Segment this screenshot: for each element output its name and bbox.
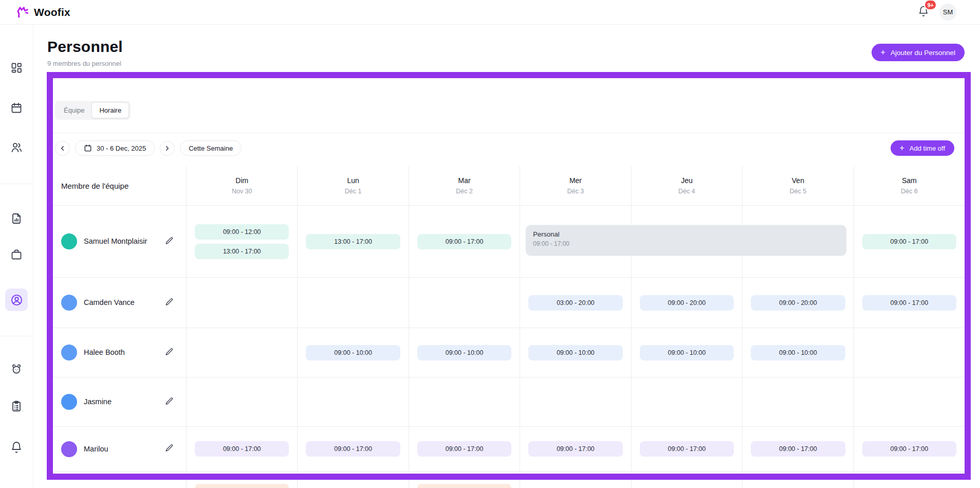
tab-equipe[interactable]: Équipe [57,103,91,118]
sidebar-item-dashboard[interactable] [5,58,28,78]
shift-chip[interactable]: 09:00 - 17:00 [306,441,400,457]
schedule-cell[interactable] [186,480,297,488]
add-time-off-button[interactable]: + Add time off [891,140,954,156]
tab-horaire[interactable]: Horaire [91,102,129,118]
schedule-cell[interactable]: 09:00 - 10:00 [520,328,631,377]
sidebar-item-pets[interactable] [5,359,28,379]
schedule-cell[interactable] [409,278,520,328]
edit-staff-button[interactable] [164,347,175,359]
schedule-cell[interactable]: 09:00 - 10:00 [742,328,853,377]
shift-chip[interactable]: 03:00 - 20:00 [528,295,622,311]
shift-chip[interactable]: 09:00 - 10:00 [528,345,622,360]
sidebar-item-services[interactable] [5,244,28,265]
schedule-cell[interactable]: 09:00 - 17:00 [409,427,520,471]
schedule-cell[interactable] [854,377,965,426]
edit-staff-button[interactable] [164,443,175,455]
schedule-cell[interactable] [742,480,853,488]
schedule-cell[interactable] [186,377,297,426]
shift-chip[interactable]: 09:00 - 10:00 [640,345,734,360]
schedule-cell[interactable] [631,480,742,488]
schedule-cell[interactable] [631,377,742,426]
shift-chip[interactable]: 09:00 - 10:00 [751,345,845,360]
schedule-cell[interactable]: 09:00 - 17:00 [631,427,742,471]
schedule-cell[interactable]: 09:00 - 17:00 [742,427,853,471]
this-week-button[interactable]: Cette Semaine [180,140,242,156]
shift-chip[interactable]: 09:00 - 17:00 [862,441,956,457]
shift-chip[interactable]: 09:00 - 17:00 [417,234,511,249]
member-column-header: Membre de l'équipe [53,166,186,205]
shift-chip[interactable]: 09:00 - 20:00 [640,295,734,311]
sidebar-item-reports[interactable] [5,208,28,229]
briefcase-icon [10,248,23,261]
schedule-cell[interactable]: 09:00 - 10:00 [297,328,408,377]
add-staff-button[interactable]: + Ajouter du Personnel [872,44,965,61]
schedule-cell[interactable]: 09:00 - 20:00 [742,278,853,328]
sidebar-item-notifications[interactable] [5,437,28,458]
schedule-cell[interactable]: 13:00 - 17:00 [297,206,408,277]
shift-chip[interactable]: 09:00 - 17:00 [528,441,622,457]
shift-chip[interactable]: 09:00 - 20:00 [751,295,845,311]
schedule-cell[interactable] [742,377,853,426]
shift-chip[interactable]: 09:00 - 17:00 [862,295,956,311]
schedule-cell[interactable]: 09:00 - 17:00 [854,206,965,277]
shift-chip[interactable]: 13:00 - 17:00 [306,234,400,249]
day-name: Ven [792,176,804,185]
schedule-cell[interactable]: 09:00 - 17:00 [854,278,965,328]
schedule-cell[interactable]: 03:00 - 20:00 [520,278,631,328]
time-off-block[interactable]: Personal 09:00 - 17:00 [526,225,846,256]
shift-chip[interactable]: 09:00 - 12:00 [195,224,289,240]
sidebar-item-personnel[interactable] [5,288,28,311]
staff-row: Halee Booth 09:00 - 10:00 09:00 - 10:00 … [53,328,965,377]
schedule-cell[interactable]: 09:00 - 17:00 [854,427,965,471]
previous-week-button[interactable] [55,141,70,156]
edit-staff-button[interactable] [164,297,175,309]
schedule-cell[interactable] [297,377,408,426]
schedule-cell[interactable]: 09:00 - 20:00 [631,278,742,328]
shift-chip[interactable]: 13:00 - 17:00 [195,244,289,259]
shift-chip[interactable]: 09:00 - 17:00 [195,441,289,457]
brand-logo[interactable]: Woofix [15,5,70,19]
staff-row: Jasmine [53,377,965,427]
schedule-cell[interactable] [520,377,631,426]
sidebar-item-team[interactable] [5,137,28,158]
staff-cell: Marilou [53,427,186,471]
card-divider [53,133,965,133]
shift-chip[interactable]: 09:00 - 17:00 [417,441,511,457]
shift-chip[interactable]: 09:00 - 10:00 [306,345,400,360]
schedule-cell[interactable]: 09:00 - 10:00 [409,328,520,377]
shift-chip[interactable]: 09:00 - 17:00 [640,441,734,457]
schedule-header-row: Membre de l'équipe Dim Nov 30 Lun Déc 1 … [53,166,965,206]
day-date: Déc 5 [790,188,807,195]
schedule-cell[interactable] [409,377,520,426]
plus-icon: + [900,143,904,153]
next-week-button[interactable] [160,141,175,156]
date-range-button[interactable]: 30 - 6 Dec, 2025 [75,140,155,156]
schedule-cell[interactable]: 09:00 - 17:00 [297,427,408,471]
user-avatar[interactable]: SM [939,4,956,21]
schedule-cell[interactable] [186,328,297,377]
schedule-cell[interactable] [186,278,297,328]
shift-chip[interactable] [417,484,511,488]
schedule-cell[interactable]: 09:00 - 10:00 [631,328,742,377]
edit-staff-button[interactable] [164,396,175,408]
schedule-cell[interactable] [297,278,408,328]
schedule-cell[interactable] [409,480,520,488]
edit-staff-button[interactable] [164,236,175,248]
shift-chip[interactable]: 09:00 - 17:00 [751,441,845,457]
schedule-cell[interactable] [520,480,631,488]
shift-chip[interactable]: 09:00 - 17:00 [862,234,956,249]
shift-chip[interactable]: 09:00 - 10:00 [417,345,511,360]
notifications-button[interactable]: 9+ [916,4,931,21]
sidebar-item-notes[interactable] [5,396,28,417]
schedule-cell[interactable] [854,328,965,377]
schedule-cell[interactable]: 09:00 - 17:00 [186,427,297,471]
page-header: Personnel 9 membres du personnel [47,38,123,67]
schedule-cell[interactable]: 09:00 - 12:0013:00 - 17:00 [186,206,297,277]
schedule-cell[interactable] [854,480,965,488]
staff-cell: Halee Booth [53,328,186,377]
sidebar-item-calendar[interactable] [5,98,28,118]
schedule-cell[interactable] [297,480,408,488]
schedule-cell[interactable]: 09:00 - 17:00 [520,427,631,471]
shift-chip[interactable] [195,484,289,488]
schedule-cell[interactable]: 09:00 - 17:00 [409,206,520,277]
